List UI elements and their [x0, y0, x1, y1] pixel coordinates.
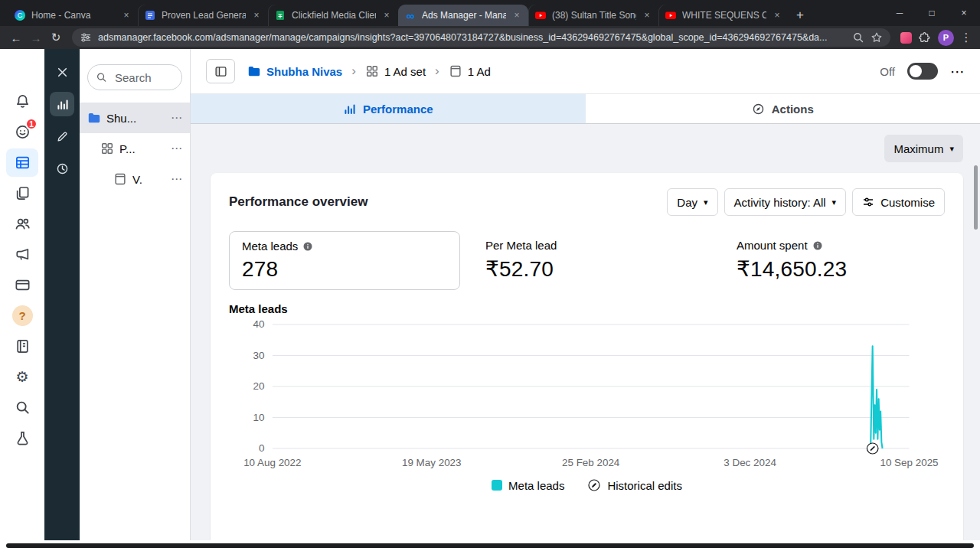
sliders-icon — [862, 196, 874, 208]
search-placeholder: Search — [115, 71, 152, 84]
back-button[interactable]: ← — [6, 28, 26, 47]
bookmark-star-icon[interactable] — [871, 31, 883, 44]
tab-close-icon[interactable]: × — [381, 10, 392, 21]
breadcrumb-right: Off ⋯ — [880, 63, 965, 80]
tab-close-icon[interactable]: × — [772, 10, 782, 21]
screen: CHome - Canva×Proven Lead Generation S×C… — [0, 0, 980, 551]
close-x-icon — [56, 66, 69, 79]
browser-menu-icon[interactable]: ⋮ — [959, 31, 974, 44]
day-button[interactable]: Day▾ — [667, 188, 717, 216]
meta-rail-billing[interactable] — [6, 271, 38, 299]
tab-close-icon[interactable]: × — [121, 10, 132, 21]
metric-meta-leads[interactable]: Meta leads278 — [229, 231, 460, 290]
sidebar-toggle-button[interactable] — [206, 59, 235, 83]
zoom-icon[interactable] — [852, 31, 864, 44]
button-label: Activity history: All — [734, 196, 826, 209]
tab-label: Actions — [772, 103, 814, 116]
sidebar-item[interactable]: P...⋯ — [80, 133, 190, 164]
maximum-dropdown[interactable]: Maximum ▾ — [884, 135, 963, 162]
nav-rail-close-panel[interactable] — [50, 60, 74, 84]
more-menu-icon[interactable]: ⋯ — [950, 63, 965, 80]
svg-text:20: 20 — [253, 381, 265, 393]
browser-chrome: CHome - Canva×Proven Lead Generation S×C… — [0, 0, 980, 49]
tab-performance[interactable]: Performance — [191, 94, 586, 123]
tab-close-icon[interactable]: × — [511, 10, 522, 21]
meta-rail-global-search[interactable] — [6, 393, 38, 422]
browser-tab[interactable]: ∞Ads Manager - Manage ad× — [398, 5, 528, 26]
tab-title: WHITE SEQUENS CUTDAN — [682, 10, 766, 21]
table-icon — [15, 155, 31, 171]
tab-actions[interactable]: Actions — [586, 94, 980, 123]
tab-close-icon[interactable]: × — [642, 10, 652, 21]
activity-history-all-button[interactable]: Activity history: All▾ — [724, 188, 847, 216]
browser-tab[interactable]: WHITE SEQUENS CUTDAN× — [658, 5, 789, 26]
maximize-button[interactable]: □ — [916, 0, 948, 26]
metric-label: Amount spent — [737, 239, 808, 252]
close-window-button[interactable]: × — [948, 0, 980, 26]
breadcrumb-shubha-nivas[interactable]: Shubha Nivas — [247, 64, 342, 78]
metric-label-row: Per Meta lead — [485, 239, 699, 252]
new-tab-button[interactable]: + — [789, 5, 812, 26]
info-icon[interactable] — [812, 240, 823, 251]
meta-rail-meta-home[interactable] — [6, 57, 38, 85]
breadcrumb-1-ad[interactable]: 1 Ad — [449, 64, 491, 78]
info-icon[interactable] — [302, 241, 313, 252]
meta-rail-ad-center[interactable] — [6, 240, 38, 269]
ad-status-toggle[interactable] — [907, 63, 938, 80]
tab-title: Proven Lead Generation S — [162, 10, 246, 21]
pages-icon — [15, 185, 31, 201]
more-options-icon[interactable]: ⋯ — [171, 111, 182, 125]
svg-text:25 Feb 2024: 25 Feb 2024 — [562, 457, 619, 468]
svg-text:0: 0 — [259, 443, 264, 455]
address-bar[interactable]: adsmanager.facebook.com/adsmanager/manag… — [72, 28, 890, 47]
sidebar-item[interactable]: V.⋯ — [80, 164, 190, 194]
meta-icon-rail: 1?⚙ — [0, 49, 44, 540]
meta-rail-pages[interactable] — [6, 179, 38, 207]
more-options-icon[interactable]: ⋯ — [171, 172, 182, 186]
sidebar-search-input[interactable]: Search — [87, 64, 182, 90]
forward-button[interactable]: → — [26, 28, 46, 47]
historical-edits-icon — [587, 478, 601, 492]
browser-tab[interactable]: Clickfield Media Clients - C× — [268, 5, 398, 26]
reload-button[interactable]: ↻ — [46, 28, 66, 47]
puzzle-extensions-icon[interactable] — [915, 28, 933, 47]
minimize-button[interactable]: ─ — [884, 0, 916, 26]
horizontal-scrollbar[interactable] — [0, 540, 980, 551]
chart-legend: Meta leadsHistorical edits — [229, 478, 945, 492]
meta-rail-test-lab[interactable] — [6, 424, 38, 452]
meta-rail-business-users[interactable] — [6, 210, 38, 238]
customise-button[interactable]: Customise — [852, 188, 945, 216]
horizontal-scrollbar-thumb[interactable] — [6, 543, 974, 548]
breadcrumb-label: 1 Ad set — [384, 65, 426, 78]
browser-tab[interactable]: (38) Sultan Title Song | Sal× — [528, 5, 658, 26]
meta-rail-ads-reporting[interactable] — [6, 148, 38, 177]
metric-amount-spent[interactable]: Amount spent₹14,650.23 — [724, 231, 859, 290]
meta-rail-help[interactable]: ? — [6, 302, 38, 330]
caret-down-icon: ▾ — [704, 197, 708, 207]
metric-per-meta-lead[interactable]: Per Meta lead₹52.70 — [473, 231, 711, 290]
button-label: Customise — [880, 196, 935, 209]
meta-rail-business-tools[interactable] — [6, 332, 38, 360]
sidebar-item[interactable]: Shu...⋯ — [80, 103, 190, 133]
meta-rail-settings[interactable]: ⚙ — [6, 363, 38, 391]
site-info-icon[interactable] — [80, 31, 92, 44]
vertical-scrollbar[interactable] — [974, 165, 978, 230]
nav-rail-edit-view[interactable] — [50, 124, 74, 148]
browser-tab[interactable]: CHome - Canva× — [8, 5, 138, 26]
profile-avatar[interactable]: P — [938, 30, 954, 46]
meta-rail-account[interactable]: 1 — [6, 118, 38, 146]
tab-close-icon[interactable]: × — [251, 10, 262, 21]
nav-rail-campaigns-view[interactable] — [50, 92, 74, 116]
legend-label: Meta leads — [508, 479, 564, 492]
grid4-icon — [100, 142, 114, 155]
metric-value: ₹14,650.23 — [737, 256, 847, 282]
nav-rail-history-view[interactable] — [50, 156, 74, 181]
extension-icon[interactable] — [897, 28, 915, 47]
breadcrumb-1-ad-set[interactable]: 1 Ad set — [365, 64, 426, 78]
campaign-sidebar: Search Shu...⋯P...⋯V.⋯ — [80, 49, 191, 540]
meta-rail-notifications[interactable] — [6, 87, 38, 116]
sidebar-item-label: P... — [119, 142, 165, 155]
bell-icon — [15, 93, 31, 109]
more-options-icon[interactable]: ⋯ — [171, 142, 182, 155]
browser-tab[interactable]: Proven Lead Generation S× — [138, 5, 268, 26]
